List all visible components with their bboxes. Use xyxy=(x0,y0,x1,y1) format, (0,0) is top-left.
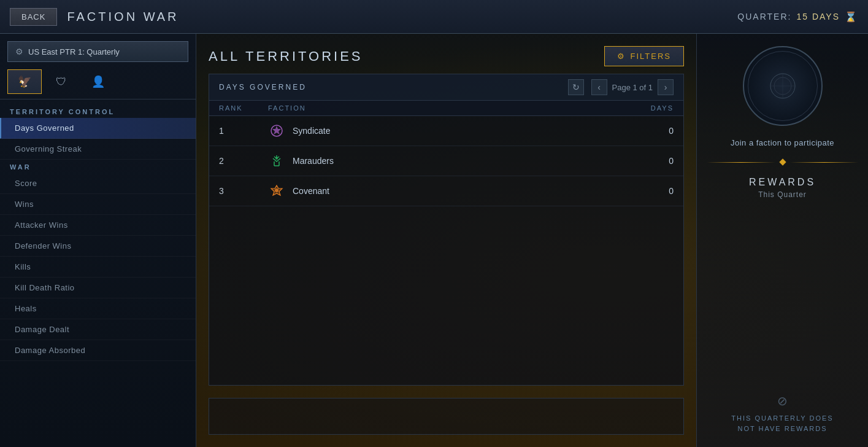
faction-name: Marauders xyxy=(293,156,334,166)
table-row[interactable]: 1 Syndicate 0 xyxy=(209,116,683,146)
divider-diamond xyxy=(779,158,786,165)
nav-item-attacker-wins[interactable]: Attacker Wins xyxy=(0,215,196,236)
faction-cell: Syndicate xyxy=(268,122,600,139)
divider-ornament xyxy=(707,160,858,165)
syndicate-icon xyxy=(268,122,285,139)
rank-cell: 3 xyxy=(219,186,268,196)
tab-icons-bar: 🦅 🛡 👤 xyxy=(0,69,196,99)
rewards-title: REWARDS xyxy=(749,177,816,188)
table-header-bar: DAYS GOVERNED ↻ ‹ Page 1 of 1 › xyxy=(209,74,683,101)
quarter-info: QUARTER: 15 days ⌛ xyxy=(737,11,858,23)
main-layout: ⚙ US East PTR 1: Quarterly 🦅 🛡 👤 TERRITO… xyxy=(0,34,868,447)
svg-point-2 xyxy=(275,189,278,192)
content-header: ALL TERRITORIES ⚙ Filters xyxy=(209,46,684,66)
col-faction: FACTION xyxy=(268,104,600,112)
marauders-icon xyxy=(268,152,285,169)
svg-point-1 xyxy=(275,157,278,160)
prev-page-button[interactable]: ‹ xyxy=(591,79,607,95)
nav-item-heals[interactable]: Heals xyxy=(0,298,196,319)
rewards-subtitle: This Quarter xyxy=(749,190,816,199)
server-icon: ⚙ xyxy=(15,47,23,56)
nav-item-defender-wins[interactable]: Defender Wins xyxy=(0,236,196,257)
days-cell: 0 xyxy=(600,186,674,196)
rank-cell: 2 xyxy=(219,156,268,166)
right-panel: Join a faction to participate REWARDS Th… xyxy=(696,34,868,447)
pagination: ‹ Page 1 of 1 › xyxy=(591,79,674,95)
rank-cell: 1 xyxy=(219,126,268,136)
covenant-icon xyxy=(268,182,285,200)
tab-shield[interactable]: 🛡 xyxy=(44,69,79,94)
territory-icon: 🦅 xyxy=(18,75,31,88)
next-page-button[interactable]: › xyxy=(658,79,674,95)
table-container: DAYS GOVERNED ↻ ‹ Page 1 of 1 › RANK FAC… xyxy=(209,74,684,386)
tab-person[interactable]: 👤 xyxy=(81,69,115,94)
quarter-label: QUARTER: xyxy=(737,12,791,21)
divider-line-left xyxy=(707,162,775,163)
app-title: FACTION WAR xyxy=(67,10,179,24)
svg-point-4 xyxy=(774,77,791,95)
nav-item-score[interactable]: Score xyxy=(0,173,196,194)
nav-item-damage-dealt[interactable]: Damage Dealt xyxy=(0,319,196,340)
table-row[interactable]: 3 Covenant 0 xyxy=(209,176,683,206)
shield-icon: 🛡 xyxy=(56,76,67,88)
faction-name: Covenant xyxy=(293,186,329,196)
nav-item-damage-absorbed[interactable]: Damage Absorbed xyxy=(0,340,196,361)
nav-item-kills[interactable]: Kills xyxy=(0,257,196,278)
faction-cell: Covenant xyxy=(268,182,600,200)
no-rewards-section: ⊘ THIS QUARTERLY DOESNOT HAVE REWARDS xyxy=(731,394,833,435)
join-faction-text: Join a faction to participate xyxy=(731,138,834,147)
col-rank: RANK xyxy=(219,104,268,112)
server-selector[interactable]: ⚙ US East PTR 1: Quarterly xyxy=(7,41,188,62)
filters-label: Filters xyxy=(631,52,672,61)
bottom-bar xyxy=(209,398,684,435)
filters-button[interactable]: ⚙ Filters xyxy=(604,46,685,66)
no-rewards-icon: ⊘ xyxy=(731,394,833,408)
no-rewards-text: THIS QUARTERLY DOESNOT HAVE REWARDS xyxy=(731,413,833,435)
medallion xyxy=(743,46,823,126)
server-name: US East PTR 1: Quarterly xyxy=(28,47,120,56)
quarter-value: 15 days xyxy=(796,12,840,21)
filter-icon: ⚙ xyxy=(617,52,626,61)
divider-line-right xyxy=(790,162,859,163)
main-content: ALL TERRITORIES ⚙ Filters DAYS GOVERNED … xyxy=(196,34,696,447)
nav-item-wins[interactable]: Wins xyxy=(0,194,196,215)
hourglass-icon: ⌛ xyxy=(845,11,858,23)
table-title: DAYS GOVERNED xyxy=(219,83,561,91)
col-days: DAYS xyxy=(600,104,674,112)
nav-item-governing-streak[interactable]: Governing Streak xyxy=(0,139,196,160)
section-territory-control: TERRITORY CONTROL xyxy=(0,104,196,118)
nav-item-kill-death-ratio[interactable]: Kill Death Ratio xyxy=(0,278,196,298)
days-cell: 0 xyxy=(600,126,674,136)
page-title: ALL TERRITORIES xyxy=(209,49,363,64)
section-war: WAR xyxy=(0,160,196,173)
svg-point-3 xyxy=(770,74,795,98)
sidebar: ⚙ US East PTR 1: Quarterly 🦅 🛡 👤 TERRITO… xyxy=(0,34,196,447)
refresh-button[interactable]: ↻ xyxy=(568,79,584,95)
table-row[interactable]: 2 Marauders 0 xyxy=(209,146,683,176)
back-button[interactable]: Back xyxy=(10,8,57,26)
faction-cell: Marauders xyxy=(268,152,600,169)
rewards-section: REWARDS This Quarter xyxy=(749,177,816,199)
faction-name: Syndicate xyxy=(293,126,330,136)
page-info: Page 1 of 1 xyxy=(612,83,653,92)
table-columns-header: RANK FACTION DAYS xyxy=(209,101,683,116)
tab-territory[interactable]: 🦅 xyxy=(7,69,42,94)
days-cell: 0 xyxy=(600,156,674,166)
nav-item-days-governed[interactable]: Days Governed xyxy=(0,118,196,139)
top-bar: Back FACTION WAR QUARTER: 15 days ⌛ xyxy=(0,0,868,34)
person-icon: 👤 xyxy=(91,75,105,88)
